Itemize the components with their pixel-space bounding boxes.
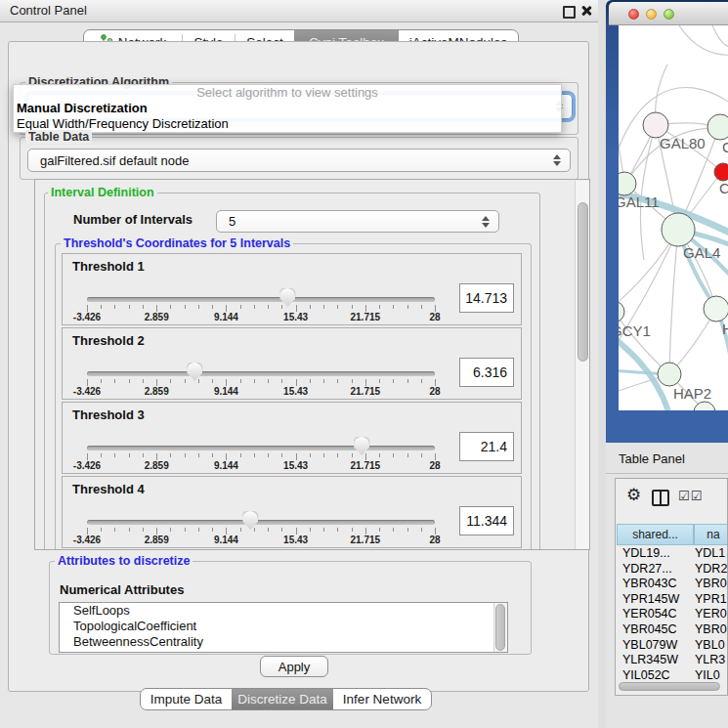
bottom-tab-impute-data[interactable]: Impute Data [141,689,232,709]
minimize-traffic-light-icon[interactable] [646,9,657,20]
slider-tick [296,453,297,460]
table-row[interactable]: YPR145WYPR1 [617,592,728,608]
close-traffic-light-icon[interactable] [628,9,639,20]
threshold-slider-track[interactable] [87,446,435,450]
gear-icon[interactable]: ⚙ [626,487,641,503]
attributes-list[interactable]: SelfLoopsTopologicalCoefficientBetweenne… [59,602,508,653]
split-columns-icon[interactable] [652,490,669,506]
slider-tick [323,453,324,457]
slider-tick [407,379,408,383]
network-view-canvas[interactable]: GAL80GACGAL11GAL4GCY1HHAP2 [619,25,728,410]
network-edge[interactable] [640,125,656,260]
slider-tick [407,305,408,309]
threshold-slider-thumb[interactable] [354,437,369,455]
slider-tick-label: 28 [429,312,440,322]
bottom-tab-bar: Impute DataDiscretize DataInfer Network [140,688,432,710]
slider-tick [101,305,102,309]
slider-tick [310,379,311,383]
slider-tick [212,528,213,532]
bottom-tab-discretize-data[interactable]: Discretize Data [232,689,333,709]
network-node[interactable] [662,213,695,246]
slider-tick [268,305,269,309]
slider-tick [198,528,199,532]
popup-option[interactable]: Manual Discretization [14,101,561,116]
table-row[interactable]: YBL079WYBL0 [617,638,728,654]
slider-tick [379,528,380,532]
network-node-label: H [722,321,728,337]
slider-tick [323,528,324,532]
network-node[interactable] [707,114,728,140]
threshold-slider-track[interactable] [87,371,435,376]
table-column-header[interactable]: na [694,524,728,545]
table-column-header[interactable]: shared... [617,524,694,545]
interval-scrollbar-thumb[interactable] [578,202,588,362]
threshold-value-field[interactable]: 11.344 [459,506,514,535]
slider-tick-label: 28 [429,535,440,545]
slider-tick [435,305,436,312]
table-row[interactable]: YBR045CYBR0 [617,622,728,638]
network-edge[interactable] [712,25,728,47]
attributes-scrollbar-thumb[interactable] [495,604,505,651]
table-row[interactable]: YBR043CYBR0 [617,577,728,592]
threshold-slider-thumb[interactable] [242,511,258,530]
table-header-row: shared...na [617,524,728,545]
slider-tick [352,453,353,457]
bottom-tab-infer-network[interactable]: Infer Network [333,689,431,709]
threshold-panel: Threshold 2-3.4262.8599.14415.4321.71528… [62,327,522,400]
checkbox-columns-icon[interactable]: ☑☑ [678,489,703,503]
table-horizontal-scrollbar[interactable] [618,681,725,692]
threshold-slider-thumb[interactable] [187,363,202,381]
table-data-combobox[interactable]: galFiltered.sif default node [27,149,571,172]
slider-tick [323,305,324,309]
table-data-combobox-value: galFiltered.sif default node [40,153,189,168]
network-edge[interactable] [619,230,678,360]
table-row[interactable]: YDL19...YDL1 [617,546,728,562]
float-window-icon[interactable] [563,6,576,19]
popup-placeholder-item[interactable]: Select algorithm to view settings [14,85,561,101]
table-cell: YBR043C [617,577,695,592]
threshold-value-field[interactable]: 14.713 [459,283,514,313]
threshold-value-field[interactable]: 6.316 [459,358,514,387]
network-node-label: HAP2 [673,385,711,402]
attribute-list-item[interactable]: BetweennessCentrality [60,634,507,650]
bottom-tab-label: Impute Data [150,692,223,707]
zoom-traffic-light-icon[interactable] [664,9,674,20]
algorithm-dropdown-popup: Select algorithm to view settings Manual… [13,84,562,133]
table-row[interactable]: YIL052CYIL0 [617,668,728,681]
network-node[interactable] [704,296,728,321]
attributes-scrollbar[interactable] [493,603,507,652]
network-node[interactable] [619,172,636,195]
popup-option[interactable]: Equal Width/Frequency Discretization [14,116,561,132]
panel-divider[interactable] [598,0,606,728]
network-node[interactable] [619,301,624,322]
apply-button[interactable]: Apply [260,656,328,677]
network-window-titlebar[interactable] [609,2,728,25]
slider-tick [185,379,186,383]
num-intervals-combobox[interactable]: 5 [216,210,499,233]
table-body: YDL19...YDL1YDR27...YDR2YBR043CYBR0YPR14… [617,546,728,681]
network-edge[interactable] [669,230,678,374]
table-cell: YER0 [695,607,728,622]
attribute-list-item[interactable]: TopologicalCoefficient [60,619,507,634]
network-node[interactable] [658,363,681,386]
table-row[interactable]: YDR27...YDR2 [617,562,728,578]
slider-tick [379,305,380,309]
threshold-slider-track[interactable] [87,297,435,302]
threshold-panel: Threshold 1-3.4262.8599.14415.4321.71528… [62,253,522,325]
slider-tick-label: 28 [429,460,440,471]
slider-tick-label: -3.426 [73,312,101,322]
interval-scrollbar[interactable] [575,181,590,550]
combo-stepper-icon [553,154,561,166]
network-node[interactable] [714,163,728,181]
close-window-icon[interactable] [579,4,593,18]
table-row[interactable]: YER054CYER0 [617,607,728,622]
slider-tick [143,453,144,457]
table-row[interactable]: YLR345WYLR3 [617,653,728,668]
threshold-value-field[interactable]: 21.4 [459,432,514,461]
attribute-list-item[interactable]: SelfLoops [60,603,507,619]
threshold-slider-track[interactable] [87,520,435,525]
table-horizontal-scrollbar-thumb[interactable] [619,682,720,691]
slider-tick [129,528,130,532]
slider-tick [254,305,255,309]
table-cell: YBL0 [695,638,728,654]
